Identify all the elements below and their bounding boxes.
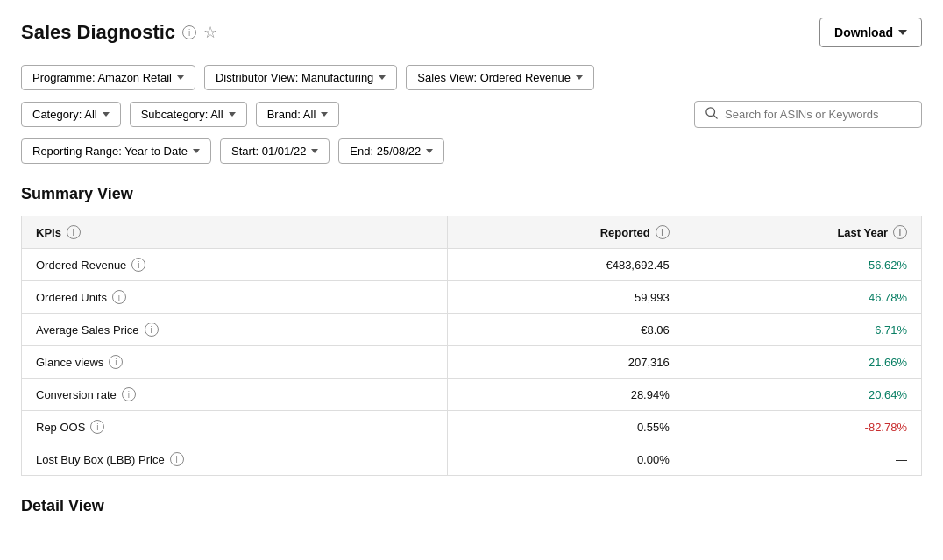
reporting-range-label: Reporting Range: Year to Date (32, 145, 188, 158)
search-input[interactable] (725, 108, 911, 121)
col-kpi-header: KPIs i (22, 216, 448, 249)
filters-row-2: Category: All Subcategory: All Brand: Al… (21, 102, 339, 127)
table-row: Glance viewsi207,31621.66% (22, 346, 922, 379)
chevron-down-icon (898, 30, 907, 35)
start-date-filter[interactable]: Start: 01/01/22 (220, 138, 330, 164)
download-button[interactable]: Download (819, 18, 922, 47)
kpi-cell: Conversion ratei (22, 379, 448, 411)
row-info-icon[interactable]: i (112, 290, 126, 304)
end-date-filter[interactable]: End: 25/08/22 (338, 138, 444, 164)
download-label: Download (834, 25, 893, 39)
row-info-icon[interactable]: i (145, 323, 159, 337)
chevron-down-icon (576, 75, 583, 80)
star-icon[interactable]: ☆ (203, 23, 217, 42)
summary-title: Summary View (21, 185, 922, 203)
kpi-cell: Rep OOSi (22, 411, 448, 443)
summary-table: KPIs i Reported i Last Year i Ordered Re… (21, 216, 922, 476)
chevron-down-icon (229, 112, 236, 117)
kpi-cell: Average Sales Pricei (22, 314, 448, 346)
row-info-icon[interactable]: i (122, 387, 136, 401)
subcategory-filter[interactable]: Subcategory: All (130, 102, 247, 127)
info-icon[interactable]: i (182, 25, 196, 39)
end-date-label: End: 25/08/22 (350, 145, 421, 158)
kpi-cell: Lost Buy Box (LBB) Pricei (22, 443, 448, 476)
row-info-icon[interactable]: i (109, 355, 123, 369)
chevron-down-icon (311, 149, 318, 153)
programme-filter-label: Programme: Amazon Retail (32, 71, 172, 84)
filters-row-1: Programme: Amazon Retail Distributor Vie… (21, 65, 922, 90)
lastyear-cell: 21.66% (684, 346, 921, 379)
search-icon (705, 107, 718, 122)
subcategory-filter-label: Subcategory: All (141, 108, 223, 121)
kpi-cell: Ordered Revenuei (22, 249, 448, 281)
detail-title: Detail View (21, 497, 922, 515)
row-info-icon[interactable]: i (90, 420, 104, 434)
lastyear-cell: -82.78% (684, 411, 921, 443)
svg-line-1 (713, 115, 717, 118)
col-reported-header: Reported i (447, 216, 684, 249)
reported-cell: 28.94% (447, 379, 684, 411)
distributor-filter-label: Distributor View: Manufacturing (216, 71, 373, 84)
search-bar[interactable] (694, 101, 922, 128)
reported-cell: 207,316 (447, 346, 684, 379)
brand-filter[interactable]: Brand: All (256, 102, 340, 127)
chevron-down-icon (379, 75, 386, 80)
start-date-label: Start: 01/01/22 (231, 145, 306, 158)
programme-filter[interactable]: Programme: Amazon Retail (21, 65, 195, 90)
kpi-info-icon[interactable]: i (67, 225, 81, 239)
table-row: Ordered Unitsi59,99346.78% (22, 281, 922, 314)
chevron-down-icon (426, 149, 433, 153)
reported-info-icon[interactable]: i (656, 225, 670, 239)
reported-cell: 0.55% (447, 411, 684, 443)
lastyear-info-icon[interactable]: i (893, 225, 907, 239)
distributor-filter[interactable]: Distributor View: Manufacturing (204, 65, 397, 90)
lastyear-cell: — (684, 443, 921, 476)
lastyear-cell: 56.62% (684, 249, 921, 281)
lastyear-cell: 6.71% (684, 314, 921, 346)
chevron-down-icon (103, 112, 110, 117)
reported-cell: €483,692.45 (447, 249, 684, 281)
sales-view-filter-label: Sales View: Ordered Revenue (417, 71, 571, 84)
kpi-cell: Ordered Unitsi (22, 281, 448, 314)
page-title: Sales Diagnostic (21, 21, 175, 44)
page-header: Sales Diagnostic i ☆ Download (21, 18, 922, 47)
reporting-range-filter[interactable]: Reporting Range: Year to Date (21, 138, 211, 164)
row-info-icon[interactable]: i (131, 258, 145, 272)
sales-view-filter[interactable]: Sales View: Ordered Revenue (406, 65, 594, 90)
brand-filter-label: Brand: All (267, 108, 316, 121)
col-lastyear-header: Last Year i (684, 216, 921, 249)
chevron-down-icon (193, 149, 200, 153)
table-row: Average Sales Pricei€8.066.71% (22, 314, 922, 346)
title-area: Sales Diagnostic i ☆ (21, 21, 217, 44)
row-info-icon[interactable]: i (170, 452, 184, 466)
lastyear-cell: 20.64% (684, 379, 921, 411)
table-row: Rep OOSi0.55%-82.78% (22, 411, 922, 443)
table-row: Ordered Revenuei€483,692.4556.62% (22, 249, 922, 281)
filters-row-3: Reporting Range: Year to Date Start: 01/… (21, 138, 922, 164)
kpi-cell: Glance viewsi (22, 346, 448, 379)
chevron-down-icon (321, 112, 328, 117)
reported-cell: 0.00% (447, 443, 684, 476)
table-row: Conversion ratei28.94%20.64% (22, 379, 922, 411)
chevron-down-icon (177, 75, 184, 80)
reported-cell: 59,993 (447, 281, 684, 314)
category-filter-label: Category: All (32, 108, 97, 121)
reported-cell: €8.06 (447, 314, 684, 346)
lastyear-cell: 46.78% (684, 281, 921, 314)
table-row: Lost Buy Box (LBB) Pricei0.00%— (22, 443, 922, 476)
category-filter[interactable]: Category: All (21, 102, 121, 127)
